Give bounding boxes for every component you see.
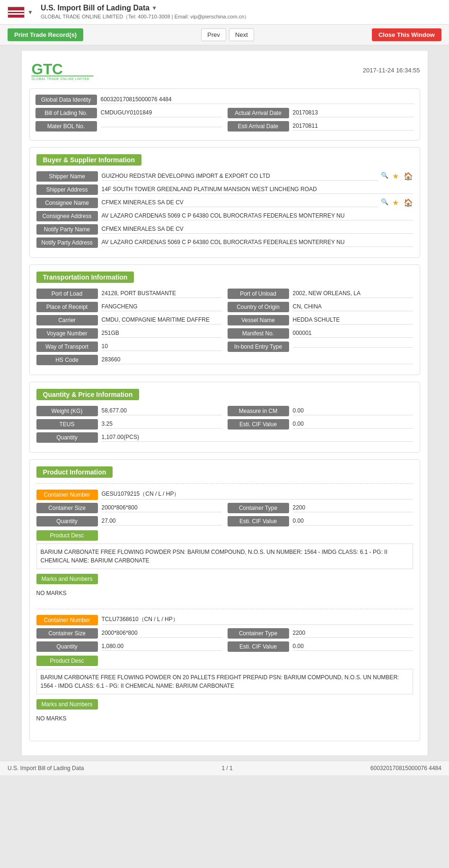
country-origin-value: CN, CHINA xyxy=(293,303,413,311)
container-type-label-1: Container Type xyxy=(228,503,289,513)
port-unload-label: Port of Unload xyxy=(228,289,289,299)
notify-party-address-label: Notify Party Address xyxy=(36,237,98,248)
notify-party-address-row: Notify Party Address AV LAZARO CARDENAS … xyxy=(36,237,413,248)
container-qty-cif-row-1: Quantity 27.00 Esti. CIF Value 0.00 xyxy=(36,516,413,526)
port-unload-value: 2002, NEW ORLEANS, LA xyxy=(293,290,413,298)
master-bol-value xyxy=(101,126,222,127)
port-load-value: 24128, PORT BUSTAMANTE xyxy=(102,290,222,298)
voyage-label: Voyage Number xyxy=(36,328,98,339)
esti-arrival-label: Esti Arrival Date xyxy=(228,121,289,132)
shipper-search-icon[interactable]: 🔍 xyxy=(381,172,390,181)
company-subtitle: GLOBAL TRADE ONLINE LIMITED（Tel: 400-710… xyxy=(41,13,249,20)
weight-field: Weight (KG) 58,677.00 xyxy=(36,406,222,416)
identity-section: Global Data Identity 600320170815000076 … xyxy=(29,88,420,140)
shipper-address-label: Shipper Address xyxy=(36,184,98,195)
shipper-name-label: Shipper Name xyxy=(36,171,98,182)
top-bar-left: U.S. Import Bill of Lading Data ▼ GLOBAL… xyxy=(41,4,249,20)
teus-field: TEUS 3.25 xyxy=(36,419,222,430)
receipt-origin-row: Place of Receipt FANGCHENG Country of Or… xyxy=(36,302,413,312)
bol-field: Bill of Lading No. CMDUGUY0101849 xyxy=(35,108,222,118)
transportation-section: Transportation Information Port of Load … xyxy=(29,264,420,375)
container-size-field-2: Container Size 2000*806*800 xyxy=(36,628,222,639)
esti-arrival-value: 20170811 xyxy=(293,123,414,131)
container-cif-field-1: Esti. CIF Value 0.00 xyxy=(228,516,413,526)
notify-party-name-row: Notify Party Name CFMEX MINERALES SA DE … xyxy=(36,224,413,235)
footer-right: 600320170815000076 4484 xyxy=(370,765,441,772)
global-id-row: Global Data Identity 600320170815000076 … xyxy=(35,95,414,105)
transportation-title: Transportation Information xyxy=(36,272,134,283)
container-type-field-2: Container Type 2200 xyxy=(228,628,413,639)
quantity-total-value: 1,107.00(PCS) xyxy=(102,434,413,442)
inbond-label: In-bond Entry Type xyxy=(228,342,289,352)
bol-label: Bill of Lading No. xyxy=(35,108,97,118)
actual-arrival-label: Actual Arrival Date xyxy=(228,108,289,118)
quantity-total-row: Quantity 1,107.00(PCS) xyxy=(36,432,413,443)
flag-dropdown[interactable]: ▼ xyxy=(27,9,33,16)
bol-value: CMDUGUY0101849 xyxy=(101,109,222,117)
print-button[interactable]: Print Trade Record(s) xyxy=(8,28,83,41)
master-bol-field: Mater BOL No. xyxy=(35,121,222,132)
container-size-label-1: Container Size xyxy=(36,503,98,513)
consignee-name-value: CFMEX MINERALES SA DE CV xyxy=(102,199,378,207)
main-content: GTC GLOBAL TRADE ONLINE LIMITED 2017-11-… xyxy=(21,50,428,756)
marks-label-2: Marks and Numbers xyxy=(36,699,98,710)
voyage-manifest-row: Voyage Number 251GB Manifest No. 000001 xyxy=(36,328,413,339)
toolbar: Print Trade Record(s) Prev Next Close Th… xyxy=(0,25,449,45)
consignee-search-icon[interactable]: 🔍 xyxy=(381,198,390,208)
container-cif-label-2: Esti. CIF Value xyxy=(228,641,289,652)
place-receipt-label: Place of Receipt xyxy=(36,302,98,312)
container-qty-value-1: 27.00 xyxy=(102,517,222,526)
measure-field: Measure in CM 0.00 xyxy=(228,406,413,416)
container-size-type-row-2: Container Size 2000*806*800 Container Ty… xyxy=(36,628,413,639)
product-desc-block-2: Product Desc BARIUM CARBONATE FREE FLOWI… xyxy=(36,656,413,694)
next-button[interactable]: Next xyxy=(229,28,254,41)
product-information-title: Product Information xyxy=(36,466,113,478)
container-type-value-2: 2200 xyxy=(293,630,413,638)
actual-arrival-value: 20170813 xyxy=(293,109,414,117)
consignee-star-icon[interactable]: ★ xyxy=(392,198,402,208)
inbond-value xyxy=(293,346,413,348)
container-cif-field-2: Esti. CIF Value 0.00 xyxy=(228,641,413,652)
global-id-value: 600320170815000076 4484 xyxy=(101,96,414,104)
title-arrow: ▼ xyxy=(151,5,157,11)
carrier-label: Carrier xyxy=(36,315,98,325)
svg-text:GTC: GTC xyxy=(31,61,63,78)
voyage-field: Voyage Number 251GB xyxy=(36,328,222,339)
container-qty-value-2: 1,080.00 xyxy=(102,643,222,651)
consignee-address-value: AV LAZARO CARDENAS 5069 C P 64380 COL BU… xyxy=(102,212,413,220)
footer-bar: U.S. Import Bill of Lading Data 1 / 1 60… xyxy=(0,761,449,775)
manifest-value: 000001 xyxy=(293,330,413,338)
container-cif-value-2: 0.00 xyxy=(293,643,413,651)
way-transport-label: Way of Transport xyxy=(36,342,98,352)
shipper-home-icon[interactable]: 🏠 xyxy=(404,172,413,181)
voyage-value: 251GB xyxy=(102,330,222,338)
notify-party-name-label: Notify Party Name xyxy=(36,224,98,235)
quantity-total-label: Quantity xyxy=(36,432,98,443)
way-transport-field: Way of Transport 10 xyxy=(36,342,222,352)
container-size-type-row-1: Container Size 2000*806*800 Container Ty… xyxy=(36,503,413,513)
close-button[interactable]: Close This Window xyxy=(372,28,441,41)
master-bol-esti-row: Mater BOL No. Esti Arrival Date 20170811 xyxy=(35,121,414,132)
weight-measure-row: Weight (KG) 58,677.00 Measure in CM 0.00 xyxy=(36,406,413,416)
container-block-2: Container Number TCLU7368610（CN / L / HP… xyxy=(36,609,413,725)
container-qty-label-2: Quantity xyxy=(36,641,98,652)
quantity-price-section: Quantity & Price Information Weight (KG)… xyxy=(29,382,420,453)
prev-button[interactable]: Prev xyxy=(201,28,226,41)
container-number-label-2: Container Number xyxy=(36,615,98,625)
shipper-star-icon[interactable]: ★ xyxy=(392,172,402,181)
vessel-name-value: HEDDA SCHULTE xyxy=(293,316,413,324)
quantity-price-title: Quantity & Price Information xyxy=(36,389,140,400)
product-desc-text-1: BARIUM CARBONATE FREE FLOWING POWDER PSN… xyxy=(36,544,413,569)
esti-cif-total-field: Esti. CIF Value 0.00 xyxy=(228,419,413,430)
country-origin-field: Country of Origin CN, CHINA xyxy=(228,302,413,312)
buyer-supplier-section: Buyer & Supplier Information Shipper Nam… xyxy=(29,147,420,258)
esti-arrival-field: Esti Arrival Date 20170811 xyxy=(228,121,414,132)
consignee-address-label: Consignee Address xyxy=(36,211,98,221)
hs-code-row: HS Code 283660 xyxy=(36,355,413,365)
measure-value: 0.00 xyxy=(293,407,413,415)
product-desc-block-1: Product Desc BARIUM CARBONATE FREE FLOWI… xyxy=(36,530,413,569)
consignee-home-icon[interactable]: 🏠 xyxy=(404,198,413,208)
svg-text:GLOBAL TRADE ONLINE LIMITED: GLOBAL TRADE ONLINE LIMITED xyxy=(31,77,89,80)
master-bol-label: Mater BOL No. xyxy=(35,121,97,132)
manifest-label: Manifest No. xyxy=(228,328,289,339)
